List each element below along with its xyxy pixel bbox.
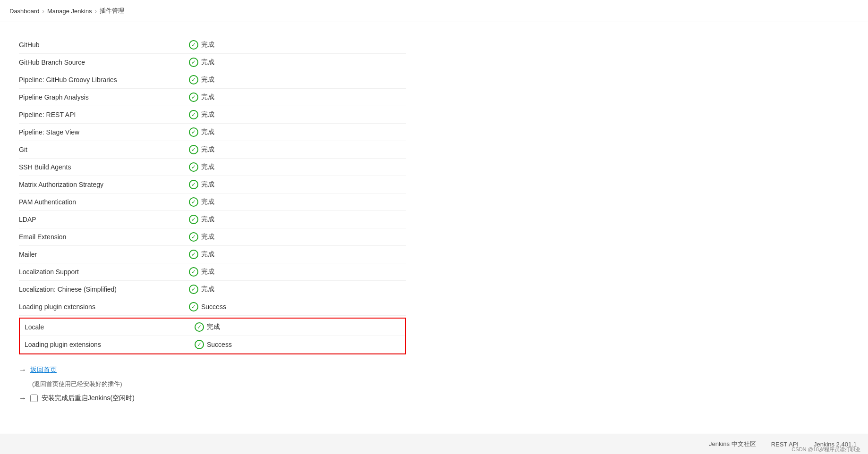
plugin-row: SSH Build Agents ✓ 完成	[19, 159, 406, 176]
plugin-row: Mailer ✓ 完成	[19, 246, 406, 263]
plugin-name: Localization Support	[19, 268, 189, 276]
status-text: Success	[201, 303, 226, 311]
breadcrumb-manage-jenkins[interactable]: Manage Jenkins	[47, 8, 92, 15]
breadcrumb: Dashboard › Manage Jenkins › 插件管理	[0, 0, 868, 22]
plugin-status: ✓ 完成	[189, 110, 214, 119]
return-home-button[interactable]: 返回首页	[30, 366, 57, 374]
check-icon: ✓	[189, 92, 198, 102]
plugin-name: Localization: Chinese (Simplified)	[19, 286, 189, 293]
plugin-status: ✓ Success	[189, 302, 226, 311]
plugin-list: GitHub ✓ 完成 GitHub Branch Source ✓ 完成 Pi…	[19, 36, 406, 316]
return-home-note: (返回首页使用已经安装好的插件)	[32, 380, 406, 388]
footer-actions: → 返回首页 (返回首页使用已经安装好的插件) → 安装完成后重启Jenkins…	[19, 366, 406, 403]
plugin-name: Email Extension	[19, 233, 189, 241]
plugin-status: ✓ 完成	[189, 250, 214, 259]
status-text: 完成	[201, 41, 214, 49]
check-icon: ✓	[195, 322, 204, 332]
status-text: 完成	[201, 163, 214, 171]
plugin-status: ✓ 完成	[189, 145, 214, 154]
plugin-status: ✓ 完成	[189, 127, 214, 137]
plugin-row: GitHub ✓ 完成	[19, 36, 406, 54]
plugin-row: Localization Support ✓ 完成	[19, 263, 406, 281]
status-text: 完成	[201, 76, 214, 84]
plugin-status: ✓ 完成	[189, 40, 214, 50]
check-icon: ✓	[189, 145, 198, 154]
plugin-status: ✓ 完成	[189, 180, 214, 189]
breadcrumb-dashboard[interactable]: Dashboard	[9, 8, 40, 15]
check-icon: ✓	[189, 267, 198, 277]
plugin-name: Matrix Authorization Strategy	[19, 181, 189, 188]
status-text: 完成	[201, 250, 214, 259]
plugin-row: Email Extension ✓ 完成	[19, 228, 406, 246]
status-text: 完成	[201, 110, 214, 119]
plugin-status: ✓ 完成	[189, 58, 214, 67]
restart-label: 安装完成后重启Jenkins(空闲时)	[42, 394, 135, 403]
plugin-name: Mailer	[19, 251, 189, 258]
status-text: Success	[207, 341, 232, 348]
plugin-name: Pipeline: GitHub Groovy Libraries	[19, 76, 189, 84]
highlighted-section: Locale ✓ 完成 Loading plugin extensions ✓ …	[19, 318, 406, 354]
restart-arrow: →	[19, 394, 26, 403]
restart-checkbox[interactable]	[30, 395, 38, 402]
plugin-row: Loading plugin extensions ✓ Success	[19, 298, 406, 316]
check-icon: ✓	[189, 180, 198, 189]
breadcrumb-sep-2: ›	[95, 8, 97, 15]
plugin-status: ✓ 完成	[189, 232, 214, 242]
plugin-status: ✓ Success	[195, 340, 232, 349]
plugin-row: Pipeline: GitHub Groovy Libraries ✓ 完成	[19, 71, 406, 89]
plugin-name: SSH Build Agents	[19, 163, 189, 171]
plugin-name: Locale	[25, 323, 195, 331]
plugin-status: ✓ 完成	[189, 267, 214, 277]
plugin-row: PAM Authentication ✓ 完成	[19, 193, 406, 211]
plugin-row: LDAP ✓ 完成	[19, 211, 406, 228]
status-text: 完成	[201, 93, 214, 101]
plugin-name: Pipeline Graph Analysis	[19, 93, 189, 101]
plugin-status: ✓ 完成	[189, 197, 214, 207]
plugin-status: ✓ 完成	[189, 215, 214, 224]
plugin-status: ✓ 完成	[195, 322, 220, 332]
plugin-status: ✓ 完成	[189, 285, 214, 294]
status-text: 完成	[201, 268, 214, 276]
plugin-row: Pipeline: Stage View ✓ 完成	[19, 124, 406, 141]
breadcrumb-plugin-manager: 插件管理	[100, 7, 124, 15]
check-icon: ✓	[189, 162, 198, 172]
plugin-name: Loading plugin extensions	[19, 303, 189, 311]
plugin-row: Pipeline Graph Analysis ✓ 完成	[19, 89, 406, 106]
plugin-name: LDAP	[19, 216, 189, 223]
plugin-status: ✓ 完成	[189, 162, 214, 172]
check-icon: ✓	[189, 40, 198, 50]
plugin-name: Loading plugin extensions	[25, 341, 195, 348]
check-icon: ✓	[189, 302, 198, 311]
check-icon: ✓	[189, 197, 198, 207]
status-text: 完成	[201, 285, 214, 294]
check-icon: ✓	[189, 285, 198, 294]
check-icon: ✓	[189, 232, 198, 242]
plugin-name: Pipeline: Stage View	[19, 128, 189, 136]
breadcrumb-sep-1: ›	[43, 8, 44, 15]
plugin-name: Pipeline: REST API	[19, 111, 189, 118]
status-text: 完成	[201, 128, 214, 136]
plugin-status: ✓ 完成	[189, 75, 214, 84]
highlighted-plugin-row: Loading plugin extensions ✓ Success	[20, 336, 405, 353]
plugin-name: GitHub Branch Source	[19, 59, 189, 66]
return-arrow: →	[19, 366, 26, 374]
plugin-status: ✓ 完成	[189, 92, 214, 102]
plugin-name: PAM Authentication	[19, 198, 189, 206]
status-text: 完成	[201, 233, 214, 241]
status-text: 完成	[201, 180, 214, 189]
plugin-name: Git	[19, 146, 189, 153]
plugin-row: GitHub Branch Source ✓ 完成	[19, 54, 406, 71]
status-text: 完成	[201, 215, 214, 224]
return-home-row: → 返回首页	[19, 366, 406, 374]
plugin-row: Git ✓ 完成	[19, 141, 406, 159]
plugin-row: Pipeline: REST API ✓ 完成	[19, 106, 406, 124]
check-icon: ✓	[195, 340, 204, 349]
check-icon: ✓	[189, 215, 198, 224]
plugin-name: GitHub	[19, 41, 189, 49]
status-text: 完成	[201, 145, 214, 154]
check-icon: ✓	[189, 250, 198, 259]
highlighted-plugin-row: Locale ✓ 完成	[20, 319, 405, 336]
check-icon: ✓	[189, 127, 198, 137]
restart-row: → 安装完成后重启Jenkins(空闲时)	[19, 394, 406, 403]
check-icon: ✓	[189, 75, 198, 84]
